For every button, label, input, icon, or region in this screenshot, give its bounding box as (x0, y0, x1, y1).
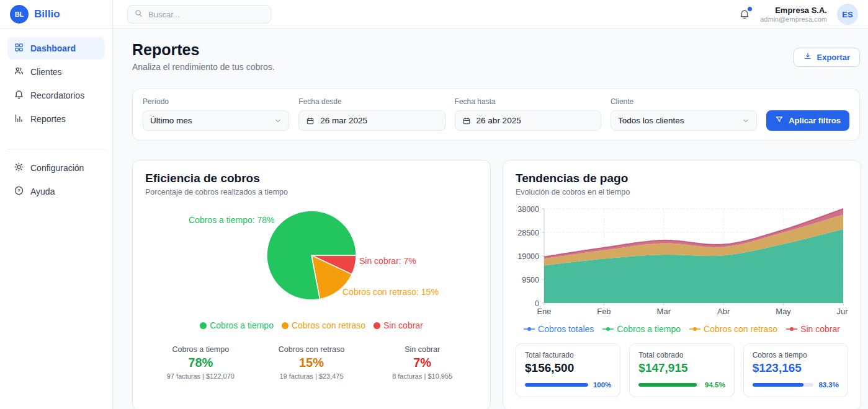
trend-chart-svg[interactable]: 09500190002850038000EneFebMarAbrMayJun (516, 204, 848, 319)
app-window: BL Billio Dashboard Clientes Recordatori… (0, 0, 868, 409)
sidebar-item-ayuda[interactable]: ? Ayuda (7, 180, 105, 203)
card-title: Tendencias de pago (516, 172, 848, 185)
legend-item-con-retraso[interactable]: Cobros con retraso (689, 324, 777, 334)
user-email: admin@empresa.com (760, 15, 827, 23)
progress-percent: 94.5% (705, 381, 725, 389)
charts-row: Eficiencia de cobros Porcentaje de cobro… (132, 160, 860, 409)
stat-on-time: Cobros a tiempo 78% 97 facturas | $122,0… (145, 345, 256, 380)
progress-fill (638, 383, 696, 387)
main-area: Empresa S.A. admin@empresa.com ES Report… (113, 0, 868, 409)
pie-callout-late: Cobros con retraso: 15% (342, 287, 439, 297)
search-box[interactable] (127, 5, 271, 24)
svg-text:28500: 28500 (517, 229, 539, 237)
line-dot-marker (602, 324, 614, 334)
legend-label: Cobros con retraso (292, 320, 365, 330)
filter-date-to: Fecha hasta 26 abr 2025 (455, 97, 601, 131)
svg-text:Ene: Ene (537, 307, 551, 316)
sidebar: BL Billio Dashboard Clientes Recordatori… (0, 0, 113, 409)
brand-name: Billio (34, 8, 60, 20)
progress-percent: 100% (593, 381, 611, 389)
legend-item-sin-cobrar[interactable]: Sin cobrar (786, 324, 840, 334)
progress-fill (525, 383, 588, 387)
svg-text:May: May (776, 307, 791, 316)
date-to-input[interactable]: 26 abr 2025 (455, 110, 601, 131)
client-select[interactable]: Todos los clientes (611, 110, 757, 131)
sidebar-item-recordatorios[interactable]: Recordatorios (7, 84, 105, 107)
notifications-button[interactable] (739, 9, 750, 20)
legend-dot (374, 322, 380, 329)
sidebar-item-clientes[interactable]: Clientes (7, 61, 105, 83)
calendar-icon (462, 117, 471, 125)
summary-card-cobrado: Total cobrado $147,915 94.5% (629, 343, 734, 397)
sidebar-item-label: Recordatorios (30, 90, 84, 100)
card-subtitle: Evolución de cobros en el tiempo (516, 188, 848, 196)
svg-text:?: ? (17, 188, 20, 193)
legend-item-unpaid[interactable]: Sin cobrar (374, 320, 423, 330)
sidebar-item-label: Ayuda (30, 187, 55, 196)
topbar-right: Empresa S.A. admin@empresa.com ES (739, 4, 858, 25)
sidebar-item-reportes[interactable]: Reportes (7, 108, 105, 130)
users-icon (14, 66, 24, 78)
pie-callout-on-time: Cobros a tiempo: 78% (189, 215, 275, 225)
search-input[interactable] (148, 10, 264, 19)
legend-item-totales[interactable]: Cobros totales (524, 324, 594, 334)
page-content: Reportes Analiza el rendimiento de tus c… (113, 29, 868, 409)
sidebar-item-label: Reportes (30, 114, 66, 124)
apply-filters-button[interactable]: Aplicar filtros (766, 110, 849, 131)
legend-label: Cobros a tiempo (210, 320, 274, 330)
period-select[interactable]: Último mes (143, 110, 289, 131)
chevron-down-icon (742, 117, 749, 125)
sidebar-item-label: Configuración (30, 163, 84, 173)
sidebar-nav: Dashboard Clientes Recordatorios Reporte… (0, 29, 112, 211)
stat-label: Cobros con retraso (256, 345, 367, 354)
legend-dot (200, 322, 207, 329)
legend-dot (282, 322, 289, 329)
chevron-down-icon (274, 117, 282, 125)
dashboard-grid-icon (14, 42, 24, 55)
progress-fill (753, 383, 803, 387)
line-dot-marker (524, 324, 535, 334)
stat-label: Cobros a tiempo (145, 345, 256, 354)
line-dot-marker (786, 324, 797, 334)
user-menu[interactable]: Empresa S.A. admin@empresa.com (760, 6, 827, 23)
filter-label: Fecha hasta (455, 97, 601, 106)
summary-progress: 83.3% (753, 381, 839, 389)
legend-label: Cobros a tiempo (617, 324, 681, 334)
user-name: Empresa S.A. (760, 6, 827, 15)
efficiency-card: Eficiencia de cobros Porcentaje de cobro… (132, 160, 491, 409)
summary-label: Cobros a tiempo (753, 351, 839, 359)
bell-icon (14, 89, 24, 102)
export-label: Exportar (817, 53, 850, 62)
sidebar-item-configuracion[interactable]: Configuración (7, 157, 105, 179)
search-icon (134, 9, 143, 20)
legend-item-a-tiempo[interactable]: Cobros a tiempo (602, 324, 681, 334)
brand-badge: BL (10, 5, 29, 24)
svg-text:9500: 9500 (522, 276, 539, 284)
summary-label: Total facturado (525, 351, 611, 359)
progress-percent: 83.3% (818, 381, 839, 389)
summary-value: $147,915 (638, 361, 725, 375)
legend-label: Sin cobrar (800, 324, 840, 334)
page-header: Reportes Analiza el rendimiento de tus c… (132, 41, 860, 72)
avatar[interactable]: ES (837, 4, 858, 25)
export-button[interactable]: Exportar (794, 48, 860, 67)
filter-client: Cliente Todos los clientes (611, 97, 757, 131)
sidebar-item-label: Dashboard (30, 43, 76, 53)
trend-legend: Cobros totales Cobros a tiempo Cobros co… (516, 324, 848, 334)
pie-stats: Cobros a tiempo 78% 97 facturas | $122,0… (145, 345, 478, 380)
stat-detail: 8 facturas | $10,955 (367, 372, 478, 380)
pie-chart-area: Cobros a tiempo: 78% Sin cobrar: 7% Cobr… (145, 208, 478, 314)
date-from-input[interactable]: 26 mar 2025 (298, 110, 445, 131)
svg-text:19000: 19000 (517, 252, 539, 261)
legend-item-on-time[interactable]: Cobros a tiempo (200, 320, 274, 330)
legend-item-late[interactable]: Cobros con retraso (282, 320, 365, 330)
progress-track (753, 383, 814, 387)
page-subtitle: Analiza el rendimiento de tus cobros. (132, 62, 275, 72)
line-dot-marker (689, 324, 700, 334)
sidebar-item-dashboard[interactable]: Dashboard (7, 37, 105, 59)
period-value: Último mes (150, 116, 269, 125)
brand-logo[interactable]: BL Billio (0, 0, 112, 29)
page-title: Reportes (132, 41, 275, 59)
bar-chart-icon (14, 113, 24, 125)
legend-label: Cobros totales (538, 324, 594, 334)
